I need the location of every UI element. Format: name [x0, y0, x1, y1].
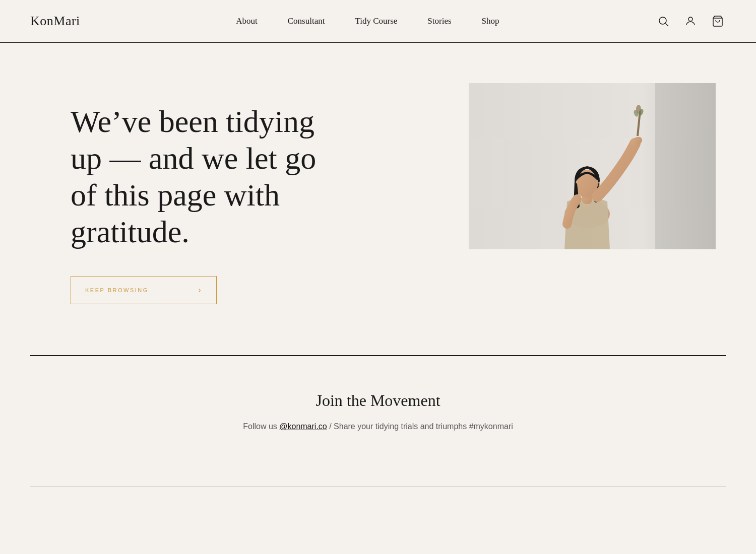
main-nav: About Consultant Tidy Course Stories Sho…: [236, 16, 499, 26]
konmari-handle-link[interactable]: @konmari.co: [279, 422, 327, 431]
cart-icon[interactable]: [710, 13, 726, 29]
nav-item-shop[interactable]: Shop: [482, 16, 499, 26]
nav-item-stories[interactable]: Stories: [427, 16, 451, 26]
nav-item-tidy-course[interactable]: Tidy Course: [355, 16, 397, 26]
hero-image: [469, 83, 716, 249]
left-section: We’ve been tidying up — and we let go of…: [71, 83, 438, 304]
svg-rect-5: [655, 83, 716, 249]
follow-suffix: / Share your tidying trials and triumphs…: [327, 422, 513, 431]
account-icon[interactable]: [682, 13, 699, 29]
site-header: KonMari About Consultant Tidy Course Sto…: [0, 0, 756, 43]
keep-browsing-label: KEEP BROWSING: [85, 287, 149, 293]
main-content: We’ve been tidying up — and we let go of…: [0, 43, 756, 355]
svg-point-0: [659, 17, 666, 24]
hero-illustration: [469, 83, 716, 249]
svg-line-1: [666, 24, 669, 27]
footer-bottom-divider: [30, 487, 726, 487]
nav-item-consultant[interactable]: Consultant: [288, 16, 325, 26]
search-icon[interactable]: [655, 13, 671, 29]
nav-item-about[interactable]: About: [236, 16, 258, 26]
chevron-right-icon: ›: [198, 286, 202, 295]
join-movement-heading: Join the Movement: [30, 391, 726, 410]
footer-section: Join the Movement Follow us @konmari.co …: [0, 356, 756, 461]
svg-point-2: [688, 17, 692, 21]
right-section: [469, 83, 716, 249]
follow-prefix: Follow us: [243, 422, 279, 431]
header-actions: [655, 13, 726, 29]
site-logo[interactable]: KonMari: [30, 14, 80, 29]
keep-browsing-button[interactable]: KEEP BROWSING ›: [71, 276, 217, 304]
follow-text: Follow us @konmari.co / Share your tidyi…: [30, 422, 726, 431]
page-headline: We’ve been tidying up — and we let go of…: [71, 103, 333, 251]
